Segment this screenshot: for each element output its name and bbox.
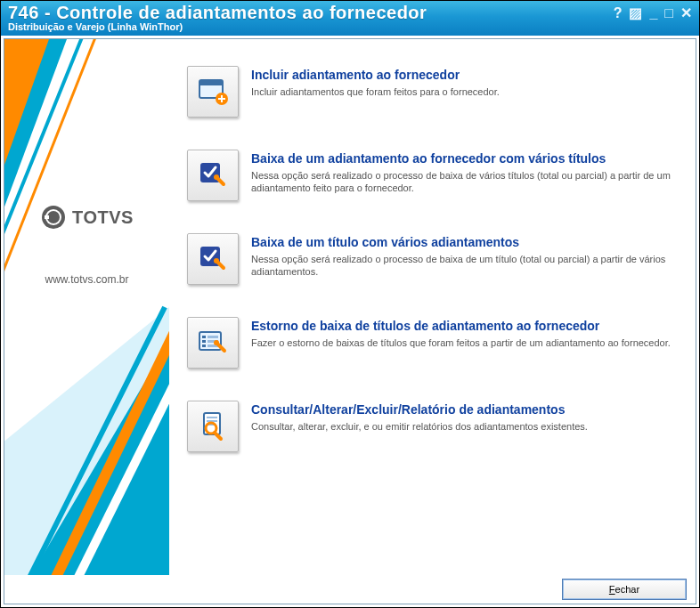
- option-description: Consultar, alterar, excluir, e ou emitir…: [251, 420, 588, 434]
- svg-rect-24: [208, 336, 218, 338]
- svg-point-29: [214, 340, 219, 345]
- svg-rect-14: [199, 80, 223, 85]
- note-icon[interactable]: ▨: [629, 6, 642, 20]
- options-list: Incluir adiantamento ao fornecedor Inclu…: [169, 39, 696, 575]
- option-texts: Baixa de um título com vários adiantamen…: [251, 233, 678, 279]
- title-texts: 746 - Controle de adiantamentos ao forne…: [8, 3, 427, 32]
- svg-point-19: [214, 174, 219, 180]
- option-baixa-adiantamento-varios-titulos: Baixa de um adiantamento ao fornecedor c…: [187, 150, 678, 201]
- svg-rect-17: [218, 98, 225, 100]
- option-estorno-baixa: Estorno de baixa de títulos de adiantame…: [187, 317, 678, 369]
- content-row: TOTVS www.totvs.com.br Inclu: [4, 39, 696, 575]
- option-texts: Incluir adiantamento ao fornecedor Inclu…: [251, 66, 500, 98]
- maximize-icon[interactable]: □: [664, 6, 673, 20]
- option-title[interactable]: Consultar/Alterar/Excluir/Relatório de a…: [251, 402, 588, 418]
- svg-rect-25: [202, 340, 206, 343]
- title-bar: 746 - Controle de adiantamentos ao forne…: [1, 1, 699, 36]
- svg-point-11: [47, 211, 60, 223]
- sidebar: TOTVS www.totvs.com.br: [4, 39, 169, 575]
- brand-block: TOTVS www.totvs.com.br: [40, 204, 134, 286]
- option-title[interactable]: Incluir adiantamento ao fornecedor: [251, 68, 500, 84]
- svg-point-21: [214, 258, 219, 263]
- option-title[interactable]: Estorno de baixa de títulos de adiantame…: [251, 319, 671, 335]
- window-subtitle: Distribuição e Varejo (Linha WinThor): [8, 21, 427, 32]
- option-baixa-titulo-varios-adiantamentos: Baixa de um título com vários adiantamen…: [187, 233, 678, 285]
- option-description: Fazer o estorno de baixas de títulos que…: [251, 336, 671, 350]
- option-texts: Estorno de baixa de títulos de adiantame…: [251, 317, 671, 349]
- option-icon-button[interactable]: [187, 401, 239, 452]
- list-wrench-icon: [197, 327, 229, 359]
- close-button-rest: echar: [615, 584, 640, 595]
- sidebar-decoration: [4, 39, 169, 575]
- checkbox-wrench-icon: [197, 159, 229, 191]
- close-button-hotkey: F: [609, 584, 615, 595]
- brand-logo: TOTVS: [40, 204, 134, 231]
- svg-rect-27: [202, 345, 206, 347]
- option-description: Nessa opção será realizado o processo de…: [251, 169, 678, 196]
- option-description: Nessa opção será realizado o processo de…: [251, 253, 678, 280]
- option-title[interactable]: Baixa de um adiantamento ao fornecedor c…: [251, 151, 678, 167]
- option-icon-button[interactable]: [187, 150, 239, 201]
- option-consultar-alterar-excluir: Consultar/Alterar/Excluir/Relatório de a…: [187, 401, 678, 452]
- option-texts: Baixa de um adiantamento ao fornecedor c…: [251, 150, 678, 195]
- svg-rect-23: [202, 336, 206, 338]
- option-icon-button[interactable]: [187, 66, 239, 118]
- svg-rect-12: [45, 215, 49, 219]
- search-document-icon: [197, 410, 229, 442]
- brand-url: www.totvs.com.br: [45, 273, 128, 286]
- bottom-bar: Fechar: [4, 575, 696, 604]
- client-area: TOTVS www.totvs.com.br Inclu: [4, 38, 696, 604]
- window-add-icon: [197, 76, 229, 108]
- totvs-logo-icon: [40, 204, 67, 231]
- help-icon[interactable]: ?: [614, 6, 623, 20]
- option-icon-button[interactable]: [187, 317, 239, 369]
- option-incluir-adiantamento: Incluir adiantamento ao fornecedor Inclu…: [187, 66, 678, 118]
- option-title[interactable]: Baixa de um título com vários adiantamen…: [251, 235, 678, 251]
- option-description: Incluir adiantamentos que foram feitos p…: [251, 85, 500, 99]
- brand-name: TOTVS: [72, 207, 134, 228]
- close-icon[interactable]: ✕: [680, 6, 692, 20]
- minimize-icon[interactable]: _: [649, 6, 657, 20]
- option-texts: Consultar/Alterar/Excluir/Relatório de a…: [251, 401, 588, 433]
- option-icon-button[interactable]: [187, 233, 239, 285]
- window-controls: ? ▨ _ □ ✕: [614, 3, 692, 20]
- close-button[interactable]: Fechar: [562, 579, 687, 600]
- window-title: 746 - Controle de adiantamentos ao forne…: [8, 3, 427, 22]
- checkbox-wrench-icon: [197, 243, 229, 275]
